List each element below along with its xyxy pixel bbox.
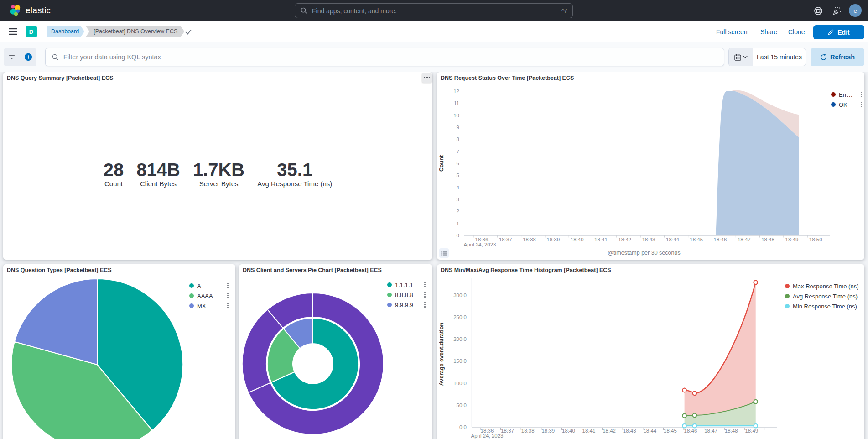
avatar-initial: e [853, 7, 857, 14]
clone-link[interactable]: Clone [788, 28, 805, 36]
histogram-legend: Max Response Time (ns)Avg Response Time … [784, 281, 864, 311]
legend-menu-icon[interactable] [422, 282, 427, 288]
menu-icon[interactable] [9, 28, 17, 35]
metric-value: 35.1 [257, 161, 332, 178]
svg-text:18:40: 18:40 [562, 428, 575, 434]
date-picker-calendar-button[interactable] [729, 48, 753, 66]
svg-text:50.0: 50.0 [457, 402, 467, 408]
metric-label: Server Bytes [193, 180, 244, 188]
kql-search-icon [52, 54, 59, 61]
panel-response-time-histogram: DNS Min/Max/Avg Response Time Histogram … [437, 264, 864, 439]
edit-button[interactable]: Edit [813, 25, 864, 39]
svg-text:4: 4 [457, 185, 460, 190]
svg-text:18:47: 18:47 [738, 237, 751, 242]
legend-item[interactable]: Err… [830, 89, 864, 99]
svg-text:7: 7 [457, 149, 459, 154]
legend-item[interactable]: Avg Response Time (ns) [784, 291, 864, 301]
news-icon[interactable] [832, 6, 842, 16]
full-screen-link[interactable]: Full screen [716, 28, 747, 36]
legend-dot [387, 282, 392, 287]
breadcrumb-dashboard[interactable]: Dashboard [47, 26, 84, 37]
refresh-button[interactable]: Refresh [811, 48, 864, 66]
svg-text:18:47: 18:47 [704, 428, 717, 434]
summary-metric: 35.1Avg Response Time (ns) [257, 161, 332, 188]
legend-item[interactable]: A [188, 281, 230, 291]
top-header: elastic Find apps, content, and more. ^/… [0, 0, 868, 21]
svg-text:Average event.duration: Average event.duration [438, 323, 445, 386]
metric-value: 1.7KB [193, 161, 244, 178]
breadcrumb-current-page[interactable]: [Packetbeat] DNS Overview ECS [85, 26, 184, 37]
saved-check-icon [184, 28, 192, 36]
legend-item[interactable]: MX [188, 301, 230, 311]
legend-item[interactable]: Min Response Time (ns) [784, 301, 864, 311]
legend-dot [387, 293, 392, 297]
svg-text:300.0: 300.0 [453, 293, 467, 298]
svg-text:18:37: 18:37 [499, 237, 512, 242]
svg-text:5: 5 [457, 172, 459, 178]
svg-text:3: 3 [457, 197, 459, 202]
legend-item[interactable]: 8.8.8.8 [386, 290, 427, 300]
global-search-placeholder: Find apps, content, and more. [312, 7, 397, 15]
svg-text:18:49: 18:49 [785, 237, 799, 242]
refresh-button-label: Refresh [830, 53, 855, 61]
breadcrumb: Dashboard [Packetbeat] DNS Overview ECS [47, 26, 184, 37]
panel-title: DNS Query Summary [Packetbeat] ECS [7, 75, 113, 81]
user-avatar[interactable]: e [849, 4, 862, 17]
legend-toggle-icon[interactable] [439, 248, 449, 258]
edit-button-label: Edit [837, 29, 849, 36]
legend-item[interactable]: 9.9.9.9 [386, 300, 427, 310]
legend-menu-icon[interactable] [858, 91, 864, 98]
question-types-legend: AAAAAMX [188, 281, 230, 311]
time-range-value[interactable]: Last 15 minutes [753, 48, 806, 66]
legend-menu-icon[interactable] [422, 302, 427, 308]
legend-item[interactable]: 1.1.1.1 [386, 280, 427, 290]
svg-text:18:41: 18:41 [594, 237, 608, 242]
svg-text:18:42: 18:42 [603, 428, 616, 434]
svg-text:100.0: 100.0 [453, 381, 467, 386]
dashboard-grid: DNS Query Summary [Packetbeat] ECS 28Cou… [0, 72, 868, 439]
svg-text:8: 8 [457, 136, 459, 142]
legend-menu-icon[interactable] [225, 293, 230, 299]
kql-filter-input[interactable]: Filter your data using KQL syntax [45, 48, 724, 66]
panel-dns-question-types: DNS Question Types [Packetbeat] ECS AAAA… [3, 264, 235, 439]
filter-menu-button[interactable] [4, 48, 20, 66]
legend-label: Min Response Time (ns) [793, 303, 857, 310]
legend-label: A [197, 282, 201, 289]
svg-text:18:44: 18:44 [643, 428, 656, 434]
svg-text:9: 9 [457, 125, 459, 130]
dashboard-app-badge[interactable]: D [26, 26, 37, 37]
panel-dns-request-status: DNS Request Status Over Time [Packetbeat… [437, 72, 864, 260]
legend-item[interactable]: OK [830, 99, 864, 110]
svg-text:18:48: 18:48 [761, 237, 774, 242]
help-icon[interactable] [813, 6, 823, 16]
svg-text:18:46: 18:46 [714, 237, 727, 242]
elastic-logo-icon[interactable] [10, 5, 22, 16]
legend-menu-icon[interactable] [225, 282, 230, 289]
svg-text:200.0: 200.0 [453, 336, 467, 342]
svg-text:1: 1 [457, 221, 459, 226]
legend-item[interactable]: Max Response Time (ns) [784, 281, 864, 291]
legend-menu-icon[interactable] [225, 303, 230, 309]
metric-value: 814B [136, 161, 180, 178]
global-search-input[interactable]: Find apps, content, and more. ^/ [295, 3, 573, 18]
add-filter-button[interactable] [20, 48, 36, 66]
legend-dot [831, 92, 836, 97]
legend-menu-icon[interactable] [422, 292, 427, 298]
summary-metric: 814BClient Bytes [136, 161, 180, 188]
legend-label: MX [197, 303, 206, 309]
legend-menu-icon[interactable] [858, 101, 864, 108]
svg-text:18:49: 18:49 [745, 428, 758, 434]
svg-text:18:46: 18:46 [684, 428, 697, 434]
metric-row: 28Count814BClient Bytes1.7KBServer Bytes… [3, 161, 432, 188]
share-link[interactable]: Share [760, 28, 777, 36]
svg-text:6: 6 [457, 161, 459, 166]
svg-text:18:37: 18:37 [501, 428, 514, 434]
refresh-icon [820, 54, 827, 61]
pencil-icon [828, 29, 834, 35]
metric-value: 28 [104, 161, 124, 178]
svg-text:18:40: 18:40 [571, 237, 584, 242]
legend-label: OK [839, 101, 847, 108]
svg-text:10: 10 [453, 113, 459, 118]
legend-item[interactable]: AAAA [188, 291, 230, 301]
panel-options-button[interactable] [422, 73, 432, 83]
